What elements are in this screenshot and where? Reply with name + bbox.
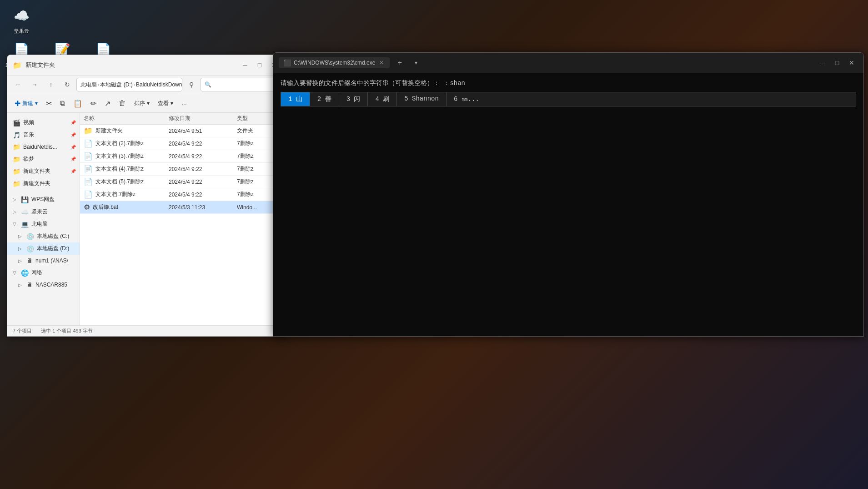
cmd-maximize-button[interactable]: □ [831, 56, 843, 69]
view-label: 查看 [158, 100, 169, 107]
file-name-cell: 📄 文本文档.7删除z [84, 190, 169, 199]
new-label: 新建 [22, 100, 33, 107]
col-modified-header: 修改日期 [169, 115, 237, 122]
view-button[interactable]: 查看 ▾ [154, 96, 177, 111]
minimize-button[interactable]: ─ [239, 59, 251, 71]
table-row[interactable]: 📄 文本文档.7删除z 2024/5/4 9:22 7删除z [80, 188, 286, 201]
file-name-cell: 📄 文本文档 (5).7删除z [84, 177, 169, 186]
file-type-icon: 📄 [84, 165, 93, 173]
sidebar-item-wps[interactable]: ▷ 💾 WPS网盘 [7, 193, 80, 206]
sidebar-item-num1[interactable]: ▷ 🖥 num1 (\\NAS\ [7, 255, 80, 267]
share-button[interactable]: ↗ [101, 96, 114, 111]
sort-button[interactable]: 排序 ▾ [130, 96, 153, 111]
suggestion-item[interactable]: 5 Shannon [397, 92, 447, 106]
desktop-icon-row-1: ☁️ 坚果云 [5, 5, 120, 34]
new-button[interactable]: ✚ 新建 ▾ [11, 96, 41, 111]
cut-button[interactable]: ✂ [42, 96, 55, 111]
view-dropdown-icon: ▾ [171, 100, 173, 106]
delete-button[interactable]: 🗑 [115, 96, 130, 111]
sidebar-baidu-label: BaiduNetdis... [23, 144, 57, 150]
pin-icon-music: 📌 [70, 132, 76, 137]
cmd-content[interactable]: 请输入要替换的文件后缀名中的字符串（可替换空格）： ：shan 1 山2 善3 … [273, 73, 863, 336]
sidebar-item-local-c[interactable]: ▷ 💿 本地磁盘 (C:) [7, 230, 80, 242]
table-row[interactable]: 📄 文本文档 (3).7删除z 2024/5/4 9:22 7删除z [80, 150, 286, 163]
sidebar-item-xinjian1[interactable]: 📁 新建文件夹 📌 [7, 165, 80, 177]
pin-icon-baidu: 📌 [70, 145, 76, 150]
copy-icon: ⧉ [60, 99, 65, 107]
file-type-icon: ⚙ [84, 203, 90, 212]
rename-button[interactable]: ✏ [87, 96, 100, 111]
nasa885-icon: 🖥 [26, 281, 33, 288]
table-row[interactable]: 📄 文本文档 (5).7删除z 2024/5/4 9:22 7删除z [80, 176, 286, 188]
cmd-minimize-button[interactable]: ─ [816, 56, 829, 69]
status-count: 7 个项目 [13, 328, 32, 334]
up-button[interactable]: ↑ [44, 77, 58, 92]
suggestion-item[interactable]: 4 刷 [368, 92, 397, 106]
more-options-button[interactable]: … [178, 96, 191, 111]
suggestion-item[interactable]: 6 ㎜... [447, 92, 487, 106]
folder-icon: 📁 [13, 61, 22, 70]
file-name: 文本文档 (2).7删除z [95, 140, 144, 147]
xinjian1-icon: 📁 [13, 168, 20, 175]
address-breadcrumb: 此电脑 › 本地磁盘 (D:) › BaiduNetdiskDownlo... [80, 81, 182, 89]
sidebar-xiumeng-label: 欲梦 [23, 155, 34, 163]
xinjian2-icon: 📁 [13, 180, 20, 187]
sidebar-thispc-label: 此电脑 [31, 220, 48, 228]
cmd-new-tab-button[interactable]: + [393, 56, 406, 69]
network-arrow: ▽ [13, 270, 18, 275]
cmd-dropdown-button[interactable]: ▾ [410, 56, 422, 69]
maximize-button[interactable]: □ [253, 59, 266, 71]
sep2: › [134, 82, 135, 87]
delete-icon: 🗑 [119, 99, 126, 107]
sidebar-item-jianguoyun[interactable]: ▷ ☁️ 坚果云 [7, 206, 80, 218]
file-type-icon: 📄 [84, 190, 93, 199]
file-type-icon: 📄 [84, 152, 93, 161]
search-bar[interactable]: 🔍 [201, 78, 282, 91]
pin-icon-video: 📌 [70, 120, 76, 125]
file-explorer-window: 📁 新建文件夹 ─ □ ✕ ← → ↑ ↻ 此电脑 › 本地磁盘 (D:) › [7, 55, 286, 337]
forward-button[interactable]: → [27, 77, 42, 92]
sidebar-num1-label: num1 (\\NAS\ [35, 257, 68, 264]
jianguoyun-icon: ☁️ [11, 5, 33, 26]
sidebar-item-music[interactable]: 🎵 音乐 📌 [7, 129, 80, 141]
address-bar[interactable]: 此电脑 › 本地磁盘 (D:) › BaiduNetdiskDownlo... [76, 78, 182, 91]
sidebar-item-local-d[interactable]: ▷ 💿 本地磁盘 (D:) [7, 242, 80, 255]
table-row[interactable]: 📁 新建文件夹 2024/5/4 9:51 文件夹 [80, 125, 286, 137]
desktop-icon-jianguoyun[interactable]: ☁️ 坚果云 [5, 5, 39, 34]
file-modified: 2024/5/4 9:22 [169, 141, 237, 147]
cmd-titlebar: ⬛ C:\WINDOWS\system32\cmd.exe ✕ + ▾ ─ □ … [273, 53, 863, 73]
music-icon: 🎵 [13, 131, 20, 139]
file-modified: 2024/5/4 9:22 [169, 192, 237, 198]
sep1: › [98, 82, 99, 87]
suggestion-item[interactable]: 3 闪 [339, 92, 368, 106]
cmd-prompt-text: 请输入要替换的文件后缀名中的字符串（可替换空格）： ：shan [281, 79, 465, 88]
table-row[interactable]: 📄 文本文档 (4).7删除z 2024/5/4 9:22 7删除z [80, 163, 286, 176]
sidebar-item-network[interactable]: ▽ 🌐 网络 [7, 267, 80, 279]
sidebar-item-video[interactable]: 🎬 视频 📌 [7, 116, 80, 129]
cmd-tab[interactable]: ⬛ C:\WINDOWS\system32\cmd.exe ✕ [279, 57, 390, 68]
sidebar-nasa885-label: NASCAR885 [35, 282, 67, 288]
sidebar-item-xinjian2[interactable]: 📁 新建文件夹 [7, 177, 80, 190]
table-row[interactable]: 📄 文本文档 (2).7删除z 2024/5/4 9:22 7删除z [80, 137, 286, 150]
suggestion-item[interactable]: 1 山 [281, 92, 310, 106]
file-name-cell: 📄 文本文档 (2).7删除z [84, 139, 169, 148]
cmd-close-button[interactable]: ✕ [845, 56, 858, 69]
file-name-cell: 📄 文本文档 (3).7删除z [84, 152, 169, 161]
copy-button[interactable]: ⧉ [56, 96, 69, 111]
paste-button[interactable]: 📋 [70, 96, 86, 111]
sidebar-item-thispc[interactable]: ▽ 💻 此电脑 [7, 218, 80, 230]
sidebar-xinjian1-label: 新建文件夹 [23, 167, 50, 175]
new-icon: ✚ [15, 99, 20, 108]
sidebar-item-nasa885[interactable]: ▷ 🖥 NASCAR885 [7, 279, 80, 291]
table-row[interactable]: ⚙ 改后缀.bat 2024/5/3 11:23 Windo... [80, 201, 286, 214]
suggestion-item[interactable]: 2 善 [310, 92, 339, 106]
search-icon-btn[interactable]: ⚲ [184, 77, 199, 92]
file-name-cell: 📄 文本文档 (4).7删除z [84, 165, 169, 173]
sidebar-wps-label: WPS网盘 [31, 196, 55, 203]
sidebar-item-baidunetdisk[interactable]: 📁 BaiduNetdis... 📌 [7, 141, 80, 153]
sidebar-item-xiumeng[interactable]: 📁 欲梦 📌 [7, 153, 80, 165]
back-button[interactable]: ← [11, 77, 25, 92]
refresh-button[interactable]: ↻ [60, 77, 75, 92]
cmd-tab-close-button[interactable]: ✕ [378, 59, 385, 66]
search-icon: 🔍 [205, 81, 211, 88]
